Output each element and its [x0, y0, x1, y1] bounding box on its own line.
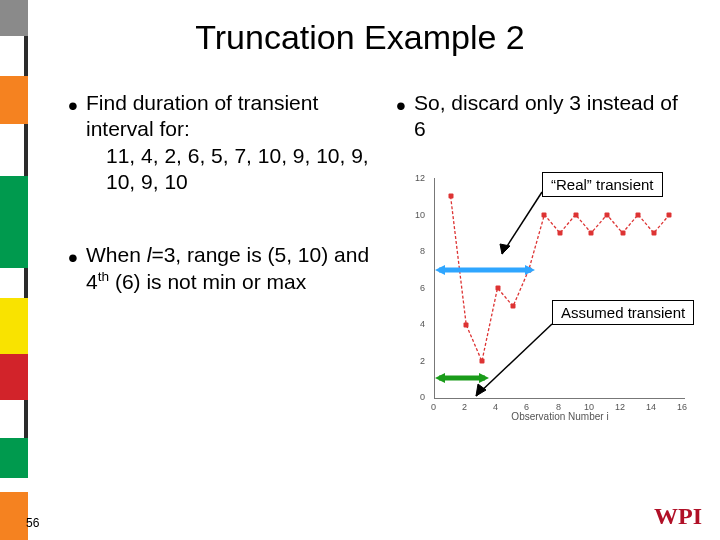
- arrow-icon: [470, 322, 554, 402]
- tick-x: 14: [646, 402, 656, 412]
- bullet-find-duration: • Find duration of transient interval fo…: [86, 90, 376, 195]
- svg-line-6: [502, 192, 542, 254]
- bullet-discard: • So, discard only 3 instead of 6: [414, 90, 694, 143]
- svg-line-8: [476, 324, 552, 396]
- bullet-text: Find duration of transient interval for:: [86, 91, 318, 140]
- bullet-text-part: When: [86, 243, 147, 266]
- svg-marker-9: [476, 384, 486, 396]
- callout-real-transient: “Real” transient: [542, 172, 663, 197]
- slide: { "title": "Truncation Example 2", "bull…: [0, 0, 720, 540]
- bullet-dot-icon: •: [68, 240, 78, 275]
- arrow-icon: [496, 190, 544, 260]
- tick-y: 2: [420, 356, 425, 366]
- ordinal-suffix: th: [98, 269, 109, 284]
- bullet-text: So, discard only 3 instead of 6: [414, 91, 678, 140]
- tick-y: 10: [415, 210, 425, 220]
- bullet-data-values: 11, 4, 2, 6, 5, 7, 10, 9, 10, 9, 10, 9, …: [106, 143, 376, 196]
- bullet-when-l: • When l=3, range is (5, 10) and 4th (6)…: [86, 242, 376, 296]
- tick-x: 6: [524, 402, 529, 412]
- tick-x: 16: [677, 402, 687, 412]
- tick-x: 8: [556, 402, 561, 412]
- tick-y: 6: [420, 283, 425, 293]
- page-number: 56: [26, 516, 39, 530]
- chart-xlabel: Observation Number i: [511, 411, 608, 422]
- callout-assumed-transient: Assumed transient: [552, 300, 694, 325]
- tick-x: 12: [615, 402, 625, 412]
- tick-y: 4: [420, 319, 425, 329]
- bullet-dot-icon: •: [68, 88, 78, 123]
- tick-x: 0: [431, 402, 436, 412]
- svg-marker-7: [500, 244, 510, 254]
- svg-marker-4: [435, 373, 445, 383]
- tick-y: 0: [420, 392, 425, 402]
- tick-x: 10: [584, 402, 594, 412]
- bullet-dot-icon: •: [396, 88, 406, 123]
- tick-y: 12: [415, 173, 425, 183]
- tick-x: 4: [493, 402, 498, 412]
- tick-x: 2: [462, 402, 467, 412]
- wpi-logo: WWPIPI: [654, 503, 702, 530]
- tick-y: 8: [420, 246, 425, 256]
- decorative-stripe: [0, 0, 28, 540]
- bullet-text-part: (6) is not min or max: [109, 270, 306, 293]
- slide-title: Truncation Example 2: [0, 18, 720, 57]
